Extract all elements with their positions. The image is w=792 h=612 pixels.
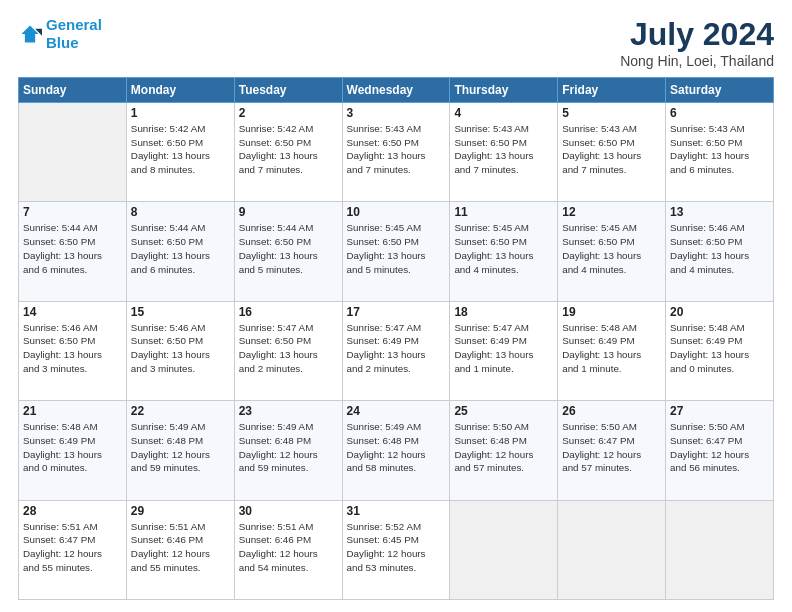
calendar-cell: 13Sunrise: 5:46 AM Sunset: 6:50 PM Dayli… [666, 202, 774, 301]
day-info: Sunrise: 5:48 AM Sunset: 6:49 PM Dayligh… [670, 321, 769, 376]
day-number: 31 [347, 504, 446, 518]
title-block: July 2024 Nong Hin, Loei, Thailand [620, 16, 774, 69]
day-info: Sunrise: 5:46 AM Sunset: 6:50 PM Dayligh… [131, 321, 230, 376]
day-number: 4 [454, 106, 553, 120]
calendar-cell: 19Sunrise: 5:48 AM Sunset: 6:49 PM Dayli… [558, 301, 666, 400]
day-number: 15 [131, 305, 230, 319]
day-number: 21 [23, 404, 122, 418]
header-cell-sunday: Sunday [19, 78, 127, 103]
header-cell-thursday: Thursday [450, 78, 558, 103]
day-number: 5 [562, 106, 661, 120]
logo: General Blue [18, 16, 102, 52]
calendar-cell: 22Sunrise: 5:49 AM Sunset: 6:48 PM Dayli… [126, 401, 234, 500]
day-info: Sunrise: 5:46 AM Sunset: 6:50 PM Dayligh… [23, 321, 122, 376]
day-number: 19 [562, 305, 661, 319]
calendar-cell: 10Sunrise: 5:45 AM Sunset: 6:50 PM Dayli… [342, 202, 450, 301]
day-number: 6 [670, 106, 769, 120]
day-info: Sunrise: 5:49 AM Sunset: 6:48 PM Dayligh… [347, 420, 446, 475]
calendar-cell: 31Sunrise: 5:52 AM Sunset: 6:45 PM Dayli… [342, 500, 450, 599]
day-info: Sunrise: 5:45 AM Sunset: 6:50 PM Dayligh… [454, 221, 553, 276]
day-number: 2 [239, 106, 338, 120]
calendar-cell: 21Sunrise: 5:48 AM Sunset: 6:49 PM Dayli… [19, 401, 127, 500]
day-info: Sunrise: 5:51 AM Sunset: 6:47 PM Dayligh… [23, 520, 122, 575]
day-info: Sunrise: 5:43 AM Sunset: 6:50 PM Dayligh… [562, 122, 661, 177]
day-info: Sunrise: 5:49 AM Sunset: 6:48 PM Dayligh… [131, 420, 230, 475]
calendar-cell [666, 500, 774, 599]
calendar-cell: 8Sunrise: 5:44 AM Sunset: 6:50 PM Daylig… [126, 202, 234, 301]
day-number: 22 [131, 404, 230, 418]
calendar-cell: 6Sunrise: 5:43 AM Sunset: 6:50 PM Daylig… [666, 103, 774, 202]
day-number: 25 [454, 404, 553, 418]
calendar-cell: 2Sunrise: 5:42 AM Sunset: 6:50 PM Daylig… [234, 103, 342, 202]
day-number: 20 [670, 305, 769, 319]
header-cell-monday: Monday [126, 78, 234, 103]
day-info: Sunrise: 5:44 AM Sunset: 6:50 PM Dayligh… [239, 221, 338, 276]
page: General Blue July 2024 Nong Hin, Loei, T… [0, 0, 792, 612]
svg-marker-0 [21, 25, 38, 42]
day-info: Sunrise: 5:50 AM Sunset: 6:47 PM Dayligh… [562, 420, 661, 475]
day-info: Sunrise: 5:49 AM Sunset: 6:48 PM Dayligh… [239, 420, 338, 475]
calendar-cell: 16Sunrise: 5:47 AM Sunset: 6:50 PM Dayli… [234, 301, 342, 400]
header: General Blue July 2024 Nong Hin, Loei, T… [18, 16, 774, 69]
day-info: Sunrise: 5:51 AM Sunset: 6:46 PM Dayligh… [239, 520, 338, 575]
day-info: Sunrise: 5:43 AM Sunset: 6:50 PM Dayligh… [670, 122, 769, 177]
month-title: July 2024 [620, 16, 774, 53]
day-info: Sunrise: 5:48 AM Sunset: 6:49 PM Dayligh… [23, 420, 122, 475]
calendar-cell: 30Sunrise: 5:51 AM Sunset: 6:46 PM Dayli… [234, 500, 342, 599]
calendar-cell [558, 500, 666, 599]
logo-icon [18, 22, 42, 46]
day-info: Sunrise: 5:50 AM Sunset: 6:47 PM Dayligh… [670, 420, 769, 475]
calendar-cell: 17Sunrise: 5:47 AM Sunset: 6:49 PM Dayli… [342, 301, 450, 400]
day-number: 26 [562, 404, 661, 418]
calendar-week-5: 28Sunrise: 5:51 AM Sunset: 6:47 PM Dayli… [19, 500, 774, 599]
day-number: 29 [131, 504, 230, 518]
calendar-cell: 26Sunrise: 5:50 AM Sunset: 6:47 PM Dayli… [558, 401, 666, 500]
day-info: Sunrise: 5:42 AM Sunset: 6:50 PM Dayligh… [131, 122, 230, 177]
calendar-cell: 11Sunrise: 5:45 AM Sunset: 6:50 PM Dayli… [450, 202, 558, 301]
day-info: Sunrise: 5:50 AM Sunset: 6:48 PM Dayligh… [454, 420, 553, 475]
calendar-cell: 20Sunrise: 5:48 AM Sunset: 6:49 PM Dayli… [666, 301, 774, 400]
day-number: 18 [454, 305, 553, 319]
day-number: 30 [239, 504, 338, 518]
day-number: 14 [23, 305, 122, 319]
header-cell-friday: Friday [558, 78, 666, 103]
calendar-week-2: 7Sunrise: 5:44 AM Sunset: 6:50 PM Daylig… [19, 202, 774, 301]
day-number: 12 [562, 205, 661, 219]
day-info: Sunrise: 5:47 AM Sunset: 6:49 PM Dayligh… [454, 321, 553, 376]
day-number: 3 [347, 106, 446, 120]
calendar-week-3: 14Sunrise: 5:46 AM Sunset: 6:50 PM Dayli… [19, 301, 774, 400]
day-info: Sunrise: 5:43 AM Sunset: 6:50 PM Dayligh… [454, 122, 553, 177]
calendar-cell: 23Sunrise: 5:49 AM Sunset: 6:48 PM Dayli… [234, 401, 342, 500]
day-number: 7 [23, 205, 122, 219]
calendar-cell: 1Sunrise: 5:42 AM Sunset: 6:50 PM Daylig… [126, 103, 234, 202]
day-number: 13 [670, 205, 769, 219]
day-number: 9 [239, 205, 338, 219]
calendar-cell: 5Sunrise: 5:43 AM Sunset: 6:50 PM Daylig… [558, 103, 666, 202]
day-number: 23 [239, 404, 338, 418]
calendar-cell: 3Sunrise: 5:43 AM Sunset: 6:50 PM Daylig… [342, 103, 450, 202]
calendar-cell: 7Sunrise: 5:44 AM Sunset: 6:50 PM Daylig… [19, 202, 127, 301]
calendar-cell: 4Sunrise: 5:43 AM Sunset: 6:50 PM Daylig… [450, 103, 558, 202]
calendar-cell: 28Sunrise: 5:51 AM Sunset: 6:47 PM Dayli… [19, 500, 127, 599]
day-number: 1 [131, 106, 230, 120]
day-info: Sunrise: 5:45 AM Sunset: 6:50 PM Dayligh… [562, 221, 661, 276]
day-info: Sunrise: 5:44 AM Sunset: 6:50 PM Dayligh… [23, 221, 122, 276]
day-number: 8 [131, 205, 230, 219]
day-info: Sunrise: 5:45 AM Sunset: 6:50 PM Dayligh… [347, 221, 446, 276]
calendar-cell [19, 103, 127, 202]
day-number: 10 [347, 205, 446, 219]
day-number: 17 [347, 305, 446, 319]
day-info: Sunrise: 5:51 AM Sunset: 6:46 PM Dayligh… [131, 520, 230, 575]
day-number: 24 [347, 404, 446, 418]
calendar-table: SundayMondayTuesdayWednesdayThursdayFrid… [18, 77, 774, 600]
header-cell-wednesday: Wednesday [342, 78, 450, 103]
day-number: 11 [454, 205, 553, 219]
calendar-header-row: SundayMondayTuesdayWednesdayThursdayFrid… [19, 78, 774, 103]
calendar-cell: 18Sunrise: 5:47 AM Sunset: 6:49 PM Dayli… [450, 301, 558, 400]
day-info: Sunrise: 5:44 AM Sunset: 6:50 PM Dayligh… [131, 221, 230, 276]
day-number: 16 [239, 305, 338, 319]
calendar-week-1: 1Sunrise: 5:42 AM Sunset: 6:50 PM Daylig… [19, 103, 774, 202]
logo-text: General Blue [46, 16, 102, 52]
calendar-cell: 25Sunrise: 5:50 AM Sunset: 6:48 PM Dayli… [450, 401, 558, 500]
day-info: Sunrise: 5:47 AM Sunset: 6:50 PM Dayligh… [239, 321, 338, 376]
